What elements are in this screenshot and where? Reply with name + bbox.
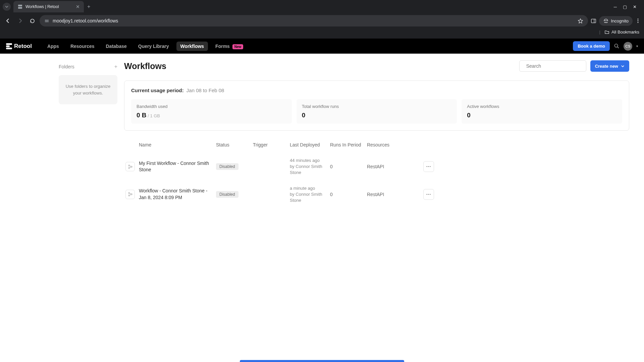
retool-nav: Retool Apps Resources Database Query Lib… — [0, 39, 644, 54]
chevron-down-icon — [5, 5, 9, 9]
stat-active: Active workflows 0 — [462, 99, 622, 124]
bookmark-star-icon[interactable] — [578, 18, 583, 24]
folders-empty-text: Use folders to organize your workflows. — [66, 84, 111, 96]
close-icon[interactable]: ✕ — [633, 4, 637, 9]
nav-query-library[interactable]: Query Library — [134, 42, 173, 51]
retool-logo-icon — [6, 43, 12, 49]
workflow-icon — [125, 190, 135, 199]
retool-logo[interactable]: Retool — [6, 43, 32, 50]
stat-value: 0 — [302, 112, 452, 119]
create-new-label: Create new — [595, 64, 618, 69]
deployed-cell: a minute ago by Connor Smith Stone — [290, 185, 330, 204]
usage-card: Current usage period: Jan 08 to Feb 08 B… — [124, 80, 629, 131]
incognito-icon — [603, 18, 609, 24]
maximize-icon[interactable]: ▢ — [623, 4, 627, 9]
user-menu-caret-icon[interactable]: ▾ — [636, 44, 638, 48]
folders-header: Folders + — [59, 64, 117, 70]
stat-bandwidth: Bandwidth used 0 B / 1 GB — [131, 99, 292, 124]
table-header: Name Status Trigger Last Deployed Runs I… — [124, 142, 629, 153]
deployed-by: by Connor Smith Stone — [290, 164, 330, 176]
reload-button[interactable] — [28, 16, 37, 25]
folders-label: Folders — [59, 64, 74, 69]
sidebar: Folders + Use folders to organize your w… — [0, 54, 124, 362]
chrome-menu-icon[interactable] — [635, 18, 641, 23]
table-row[interactable]: Workflow - Connor Smith Stone - Jan 8, 2… — [124, 181, 629, 208]
folder-icon — [604, 29, 609, 35]
workflow-name: My First Workflow - Connor Smith Stone — [139, 160, 216, 173]
stat-max: / 1 GB — [147, 113, 160, 118]
nav-resources[interactable]: Resources — [66, 42, 99, 51]
incognito-badge[interactable]: Incognito — [599, 16, 633, 26]
nav-database[interactable]: Database — [102, 42, 130, 51]
deployed-time: a minute ago — [290, 185, 330, 191]
address-bar: moodjoy1.retool.com/workflows Incognito — [0, 13, 644, 28]
col-name: Name — [139, 142, 216, 147]
svg-rect-12 — [6, 48, 12, 49]
svg-line-25 — [129, 193, 131, 194]
svg-line-26 — [129, 195, 131, 195]
minimize-icon[interactable]: ─ — [614, 4, 617, 9]
tab-close-icon[interactable]: ✕ — [76, 4, 80, 9]
side-panel-icon[interactable] — [591, 18, 596, 24]
tab-favicon-icon — [17, 4, 23, 9]
svg-line-20 — [129, 166, 131, 166]
nav-forms[interactable]: Forms New — [211, 42, 247, 51]
deployed-time: 44 minutes ago — [290, 158, 330, 164]
forward-button[interactable] — [15, 16, 25, 25]
separator: | — [599, 29, 600, 35]
svg-point-7 — [638, 19, 639, 20]
col-runs: Runs In Period — [330, 142, 367, 147]
browser-tab[interactable]: Workflows | Retool ✕ — [13, 1, 84, 12]
table-row[interactable]: My First Workflow - Connor Smith Stone D… — [124, 153, 629, 181]
workflow-icon — [125, 162, 135, 171]
runs-cell: 0 — [330, 164, 367, 169]
svg-rect-1 — [18, 7, 22, 9]
incognito-label: Incognito — [611, 18, 629, 23]
row-more-button[interactable]: ··· — [423, 189, 434, 200]
workflow-name: Workflow - Connor Smith Stone - Jan 8, 2… — [139, 188, 216, 201]
svg-point-23 — [128, 195, 129, 196]
folders-empty-card: Use folders to organize your workflows. — [59, 75, 117, 104]
col-resources: Resources — [367, 142, 417, 147]
nav-right: Book a demo CS ▾ — [573, 41, 638, 51]
svg-point-24 — [131, 194, 132, 195]
svg-rect-5 — [591, 19, 596, 22]
svg-point-19 — [131, 166, 132, 167]
tab-search-dropdown[interactable] — [3, 3, 11, 11]
bookmarks-bar: | All Bookmarks — [0, 28, 644, 37]
create-new-button[interactable]: Create new — [590, 60, 629, 72]
col-status: Status — [216, 142, 253, 147]
add-folder-button[interactable]: + — [114, 64, 117, 70]
deployed-by: by Connor Smith Stone — [290, 191, 330, 203]
stat-label: Active workflows — [467, 104, 617, 109]
svg-line-14 — [618, 47, 619, 48]
main: Folders + Use folders to organize your w… — [0, 54, 644, 362]
svg-line-21 — [129, 167, 131, 168]
resources-cell: RestAPI — [367, 192, 417, 197]
header-actions: Create new — [519, 60, 629, 72]
back-button[interactable] — [3, 16, 13, 25]
svg-point-9 — [638, 22, 639, 23]
new-badge: New — [232, 44, 244, 49]
url-bar[interactable]: moodjoy1.retool.com/workflows — [40, 15, 588, 26]
search-icon[interactable] — [614, 43, 620, 49]
new-tab-button[interactable]: + — [87, 4, 90, 10]
stat-value: 0 — [467, 112, 617, 119]
svg-point-8 — [638, 20, 639, 21]
stat-value: 0 B / 1 GB — [137, 112, 286, 119]
book-demo-button[interactable]: Book a demo — [573, 41, 610, 51]
search-input[interactable] — [526, 63, 585, 69]
tab-bar: Workflows | Retool ✕ + ─ ▢ ✕ — [0, 0, 644, 13]
all-bookmarks-label: All Bookmarks — [611, 29, 639, 35]
row-more-button[interactable]: ··· — [423, 161, 434, 172]
search-box[interactable] — [519, 60, 586, 72]
content: Workflows Create new Current usage perio… — [124, 54, 644, 362]
site-info-icon[interactable] — [44, 18, 49, 23]
logo-text: Retool — [14, 43, 32, 50]
nav-apps[interactable]: Apps — [43, 42, 63, 51]
all-bookmarks-button[interactable]: All Bookmarks — [604, 29, 639, 35]
browser-chrome: Workflows | Retool ✕ + ─ ▢ ✕ moodjoy1.re… — [0, 0, 644, 39]
usage-period: Current usage period: Jan 08 to Feb 08 — [131, 87, 622, 93]
nav-workflows[interactable]: Workflows — [176, 42, 208, 51]
avatar[interactable]: CS — [624, 42, 632, 51]
